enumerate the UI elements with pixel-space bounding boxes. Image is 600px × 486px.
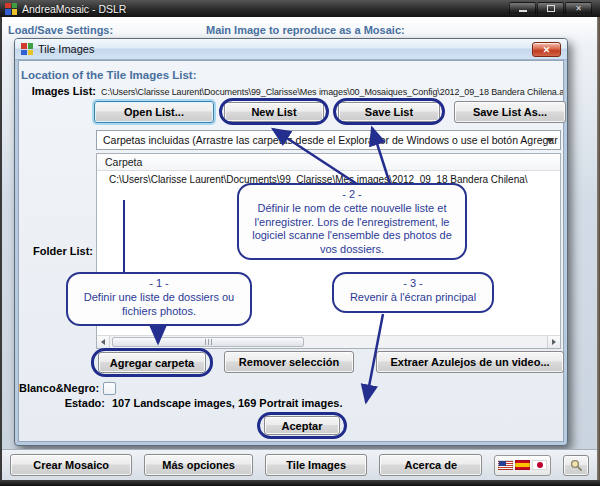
remover-seleccion-button[interactable]: Remover selección bbox=[224, 351, 354, 373]
open-list-button[interactable]: Open List... bbox=[94, 101, 214, 123]
close-icon: ✕ bbox=[575, 5, 582, 13]
minimize-icon bbox=[519, 10, 527, 12]
callout-1: - 1 - Definir une liste de dossiers ou f… bbox=[66, 272, 252, 326]
folder-list-label: Folder List: bbox=[21, 245, 93, 257]
dialog-titlebar: Tile Images bbox=[15, 39, 567, 60]
location-heading: Location of the Tile Images List: bbox=[21, 69, 197, 81]
agregar-carpeta-button[interactable]: Agregar carpeta bbox=[98, 352, 206, 373]
andreamosaic-window: AndreaMosaic - DSLR ✕ Load/Save Settings… bbox=[0, 0, 600, 486]
scrollbar-thumb[interactable] bbox=[112, 337, 304, 347]
maximize-button[interactable] bbox=[537, 2, 564, 15]
callout-2-text: Définir le nom de cette nouvelle liste e… bbox=[252, 202, 452, 255]
blanco-negro-label: Blanco&Negro: bbox=[19, 382, 99, 394]
japan-flag-icon bbox=[532, 460, 547, 470]
tile-images-button[interactable]: Tile Images bbox=[265, 454, 368, 476]
images-list-path: C:\Users\Clarisse Laurent\Documents\99_C… bbox=[101, 87, 563, 97]
window-left-edge bbox=[0, 17, 2, 486]
callout-1-number: - 1 - bbox=[74, 277, 244, 291]
mas-opciones-button[interactable]: Más opciones bbox=[144, 454, 253, 476]
search-button[interactable] bbox=[563, 455, 589, 476]
dialog-title: Tile Images bbox=[38, 43, 94, 55]
estado-label: Estado: bbox=[35, 397, 105, 409]
magnifier-icon bbox=[570, 459, 582, 471]
callout-2-number: - 2 - bbox=[245, 188, 459, 202]
save-list-button[interactable]: Save List bbox=[338, 102, 440, 122]
window-bottom-edge bbox=[0, 480, 600, 486]
language-selector[interactable] bbox=[494, 455, 551, 476]
callout-3: - 3 - Revenir à l'écran principal bbox=[332, 272, 494, 313]
included-folders-dropdown-value: Carpetas incluidas (Arrastre las carpeta… bbox=[103, 134, 561, 146]
dialog-mosaic-icon bbox=[21, 43, 33, 55]
dialog-close-icon: ✕ bbox=[543, 45, 551, 55]
window-controls: ✕ bbox=[509, 2, 592, 15]
estado-value: 107 Landscape images, 169 Portrait image… bbox=[112, 397, 343, 409]
spain-flag-icon bbox=[515, 460, 530, 470]
extraer-azulejos-button[interactable]: Extraer Azulejos de un video... bbox=[376, 351, 564, 373]
scroll-left-icon bbox=[101, 339, 105, 345]
main-toolbar: Crear Mosaico Más opciones Tile Images A… bbox=[2, 449, 597, 480]
images-list-label: Images List: bbox=[21, 85, 96, 97]
acerca-de-button[interactable]: Acerca de bbox=[379, 454, 482, 476]
dialog-close-button[interactable]: ✕ bbox=[532, 42, 561, 57]
horizontal-scrollbar[interactable] bbox=[97, 335, 560, 348]
maximize-icon bbox=[547, 5, 555, 12]
us-flag-icon bbox=[498, 460, 513, 470]
window-titlebar: AndreaMosaic - DSLR ✕ bbox=[0, 0, 600, 17]
callout-1-text: Definir une liste de dossiers ou fichier… bbox=[84, 291, 234, 317]
minimize-button[interactable] bbox=[509, 2, 536, 15]
new-list-button[interactable]: New List bbox=[224, 102, 324, 122]
window-title: AndreaMosaic - DSLR bbox=[22, 3, 126, 15]
main-image-label: Main Image to reproduce as a Mosaic: bbox=[206, 24, 405, 36]
callout-3-text: Revenir à l'écran principal bbox=[350, 291, 476, 303]
included-folders-dropdown[interactable]: Carpetas incluidas (Arrastre las carpeta… bbox=[96, 130, 561, 150]
blanco-negro-checkbox[interactable] bbox=[103, 382, 116, 395]
aceptar-button[interactable]: Aceptar bbox=[264, 416, 340, 435]
scroll-right-icon bbox=[552, 339, 556, 345]
load-save-settings-label: Load/Save Settings: bbox=[8, 24, 113, 36]
dropdown-arrow-icon bbox=[542, 133, 558, 147]
callout-2: - 2 - Définir le nom de cette nouvelle l… bbox=[237, 183, 467, 260]
crear-mosaico-button[interactable]: Crear Mosaico bbox=[10, 454, 132, 476]
app-mosaic-icon bbox=[5, 3, 17, 15]
save-list-as-button[interactable]: Save List As... bbox=[454, 101, 566, 123]
scroll-left-button[interactable] bbox=[97, 336, 110, 348]
tile-images-dialog: Tile Images ✕ Location of the Tile Image… bbox=[14, 38, 568, 446]
callout-3-number: - 3 - bbox=[340, 277, 486, 291]
close-button[interactable]: ✕ bbox=[565, 2, 592, 15]
scroll-right-button[interactable] bbox=[547, 336, 560, 348]
folder-list-column-header[interactable]: Carpeta bbox=[97, 154, 560, 171]
